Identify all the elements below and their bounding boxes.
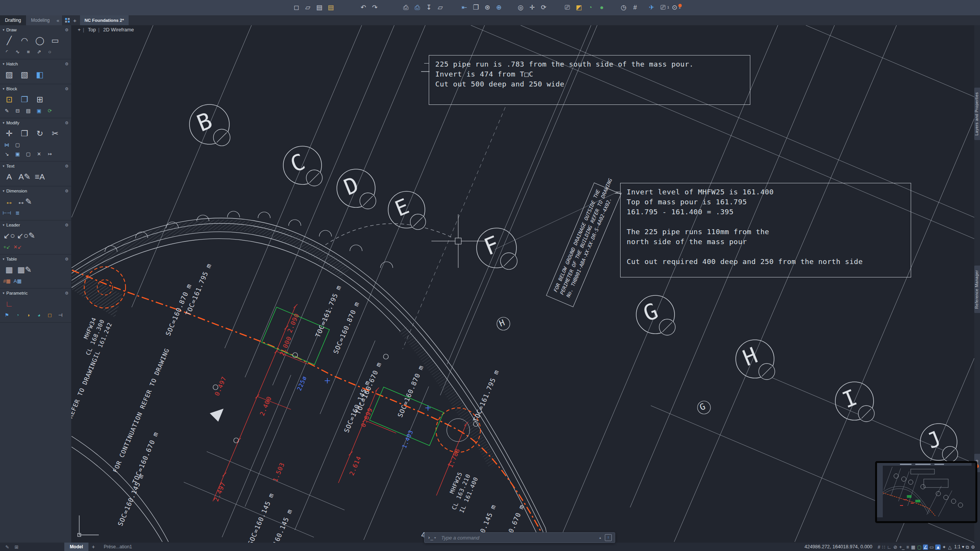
render-icon[interactable]: ◩ [575,3,583,12]
command-prompt-icon[interactable]: ›_ [428,535,433,540]
ortho-toggle-icon[interactable]: ∟ [887,544,892,550]
add-leader-tool[interactable]: +↙ [2,243,12,251]
table-tool[interactable]: ▦ [2,263,17,276]
command-share-icon[interactable]: ↑ [605,534,612,541]
annotate-pen-icon[interactable]: ✎ [5,544,9,550]
annotation-scale-button[interactable]: 1:1 ▾ [954,544,964,549]
define-attribute-tool[interactable]: ✎ [2,107,12,115]
show-constraints-tool[interactable]: ◑ [23,311,34,320]
ellipse-tool[interactable]: ○ [44,48,55,56]
block-sync-tool[interactable]: ⟳ [44,107,55,115]
object-snap-icon[interactable]: ∠ [923,544,928,550]
save-as-icon[interactable]: ▤ [327,3,335,12]
attach-reference-icon[interactable]: ❐ [472,3,480,12]
redo-icon[interactable]: ↷ [371,3,379,12]
visibility-icon[interactable]: ⊙1 [670,3,679,12]
command-input[interactable] [440,535,599,541]
table-style-tool[interactable]: A▦ [12,277,23,285]
plot-preview-icon[interactable]: ⎙ [413,3,421,12]
mirror-tool[interactable]: ⋈ [2,141,12,149]
plot-icon[interactable]: ⎙ [402,3,410,12]
dynamic-input-icon[interactable]: +_ [899,544,905,550]
panel-header-text[interactable]: ▾Text⚙ [0,162,71,170]
hatch-gear-icon[interactable]: ⚙ [65,62,69,67]
snap-toggle-icon[interactable]: ∷ [882,544,885,550]
save-icon[interactable]: ▤ [315,3,323,12]
gradient-tool[interactable]: ◧ [32,68,47,81]
lineweight-toggle-icon[interactable]: ≡ [906,544,910,550]
parametric-gear-icon[interactable]: ⚙ [65,291,69,296]
scale-tool[interactable]: ▢ [23,150,34,158]
document-tab[interactable]: NC Foundations 2* [80,15,129,25]
constraint-axes-tool[interactable]: ∟ [2,297,17,310]
move-tool[interactable]: ✛ [2,127,17,140]
panel-header-draw[interactable]: ▾Draw⚙ [0,26,71,34]
auto-annotation-icon[interactable]: ✦ [942,544,946,550]
polar-tracking-icon[interactable]: ⊘ [893,544,898,550]
system-monitor-icon[interactable]: ⎚1 [659,3,667,12]
new-file-icon[interactable]: ◻ [292,3,301,12]
undo-icon[interactable]: ↶ [359,3,368,12]
edit-text-tool[interactable]: A✎ [17,170,32,183]
send-feedback-icon[interactable]: ✈ [647,3,656,12]
annotation-box-1[interactable]: 225 pipe run is .783 from the south side… [429,55,750,105]
command-history-caret-icon[interactable]: ▾ [434,536,436,540]
add-layout-button[interactable]: + [88,544,98,550]
status-indicator-icon[interactable]: ● [598,3,606,12]
command-collapse-icon[interactable]: ▴ [599,536,601,540]
lock-constraint-tool[interactable]: ◻ [44,311,55,320]
multiline-tool[interactable]: ≡ [23,48,34,56]
annotation-visibility-icon[interactable]: ▲ [935,544,941,550]
draw-gear-icon[interactable]: ⚙ [65,28,69,33]
palette-tab-layers-properties[interactable]: Layers and Properties [974,88,980,140]
ray-tool[interactable]: ⇗ [34,48,44,56]
align-tool[interactable]: ▣ [12,150,23,158]
modify-gear-icon[interactable]: ⚙ [65,121,69,126]
table-edit-tool[interactable]: ▦✎ [17,263,32,276]
text-style-tool[interactable]: ≡A [32,170,47,183]
attribute-display-tool[interactable]: ⊟ [12,107,23,115]
panel-header-table[interactable]: ▾Table⚙ [0,255,71,263]
leader-tool[interactable]: ↙○ [2,229,17,242]
panel-header-hatch[interactable]: ▾Hatch⚙ [0,60,71,68]
panel-header-dimension[interactable]: ▾Dimension⚙ [0,187,71,195]
panel-header-leader[interactable]: ▾Leader⚙ [0,221,71,229]
leader-gear-icon[interactable]: ⚙ [65,223,69,228]
new-document-button[interactable]: + [73,17,77,24]
rectangle-tool[interactable]: ▭ [47,34,63,47]
annotation-box-2[interactable]: Invert level of MHFW25 is 161.400Top of … [620,183,911,277]
visual-style-button[interactable]: 2D Wireframe [103,27,134,33]
settings-gear-icon[interactable]: ⚙ [970,544,975,550]
insert-block-tool[interactable]: ⊡ [2,93,17,106]
named-views-icon[interactable]: ⎚ [563,3,572,12]
block-add-tool[interactable]: ▣ [34,107,44,115]
stretch-tool[interactable]: ↘ [2,150,12,158]
circle-tool[interactable]: ◯ [32,34,47,47]
license-count-icon[interactable]: # [631,3,639,12]
table-link-tool[interactable]: #▦ [2,277,12,285]
dim-constraint-tool[interactable]: ⊣ [55,311,66,320]
rotate-tool[interactable]: ↻ [32,127,47,140]
zoom-window-icon[interactable]: ◎ [516,3,525,12]
spline-tool[interactable]: ∿ [12,48,23,56]
panel-header-modify[interactable]: ▾Modify⚙ [0,119,71,127]
mtext-tool[interactable]: A [2,170,17,183]
orbit-icon[interactable]: ⟳ [539,3,548,12]
dim-baseline-tool[interactable]: ≣ [12,209,23,217]
page-setup-icon[interactable]: ▱ [436,3,444,12]
screen-preview-window[interactable] [875,461,977,523]
dimension-gear-icon[interactable]: ⚙ [65,189,69,194]
block-gear-icon[interactable]: ⚙ [65,86,69,91]
tab-modeling[interactable]: Modeling [26,15,55,25]
tab-overview-icon[interactable] [65,18,70,23]
tab-layout-1[interactable]: Prése...ation1 [98,543,137,551]
grid-toggle-icon[interactable]: # [877,544,881,550]
table-gear-icon[interactable]: ⚙ [65,257,69,262]
publish-icon[interactable]: ↧ [425,3,433,12]
hatch-edit-tool[interactable]: ▧ [17,68,32,81]
hide-constraints-tool[interactable]: ◕ [34,311,44,320]
text-gear-icon[interactable]: ⚙ [65,164,69,169]
auto-constrain-tool[interactable]: ◔ [12,311,23,320]
selection-cycling-icon[interactable]: ▢ [917,544,922,550]
workspace-icon[interactable]: ⧉ [965,544,970,550]
